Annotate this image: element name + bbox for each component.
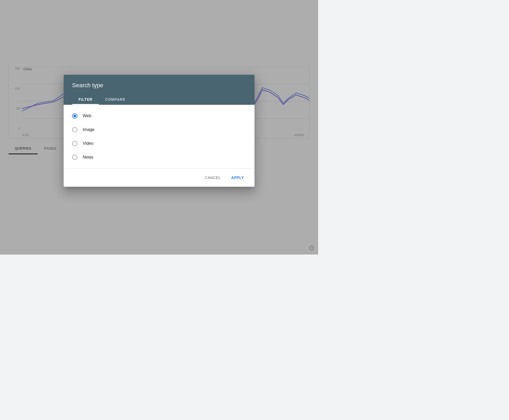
dialog-tab-compare[interactable]: COMPARE	[99, 94, 132, 105]
apply-button[interactable]: APPLY	[227, 173, 248, 182]
radio-label-web: Web	[83, 113, 91, 118]
radio-video	[72, 141, 77, 146]
radio-web	[72, 113, 77, 119]
search-type-dialog: Search type FILTER COMPARE Web Image Vid…	[64, 75, 254, 187]
radio-option-news[interactable]: News	[64, 150, 254, 164]
dialog-tabs: FILTER COMPARE	[72, 94, 246, 105]
radio-label-news: News	[83, 155, 93, 160]
cancel-button[interactable]: CANCEL	[200, 173, 225, 182]
radio-option-video[interactable]: Video	[64, 137, 254, 150]
dialog-tab-filter[interactable]: FILTER	[72, 94, 99, 105]
radio-news	[72, 155, 77, 160]
radio-image	[72, 127, 77, 132]
radio-option-web[interactable]: Web	[64, 109, 254, 123]
dialog-title: Search type	[72, 82, 246, 89]
dialog-body: Web Image Video News	[64, 105, 254, 168]
radio-option-image[interactable]: Image	[64, 123, 254, 137]
radio-label-image: Image	[83, 127, 94, 132]
dialog-footer: CANCEL APPLY	[64, 168, 254, 187]
dialog-header: Search type FILTER COMPARE	[64, 75, 254, 105]
radio-label-video: Video	[83, 141, 94, 146]
